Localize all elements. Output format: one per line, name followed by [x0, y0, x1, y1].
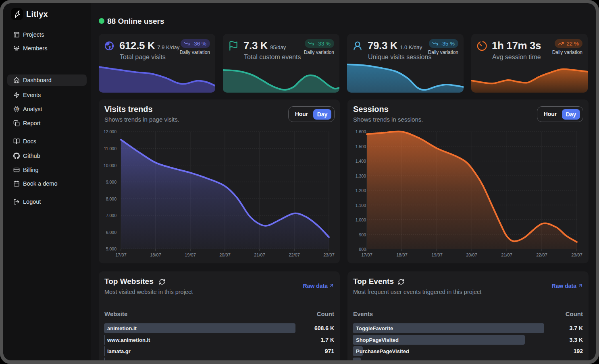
- svg-text:AI: AI: [15, 108, 18, 110]
